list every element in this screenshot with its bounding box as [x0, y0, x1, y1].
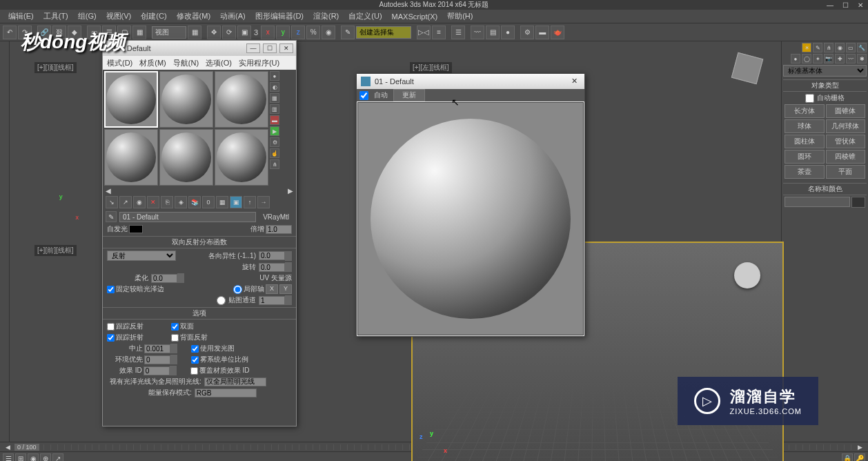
me-menu-options[interactable]: 选项(O)	[206, 58, 232, 68]
viewport-label-top[interactable]: [+][顶][线框]	[34, 62, 77, 73]
timeline-frame[interactable]: 0 / 100	[14, 444, 39, 451]
axis-y-button[interactable]: Y	[279, 284, 292, 294]
me-menu-material[interactable]: 材质(M)	[139, 58, 166, 68]
hierarchy-tab-icon[interactable]: ⋔	[824, 43, 834, 52]
status-lock-icon[interactable]: 🔒	[842, 453, 853, 462]
fog-system-checkbox[interactable]	[191, 356, 199, 364]
trace-refract-checkbox[interactable]	[107, 334, 115, 342]
backface-reflect-checkbox[interactable]	[171, 334, 179, 342]
menu-tools[interactable]: 工具(T)	[43, 11, 68, 21]
video-check-icon[interactable]: ▬	[270, 115, 279, 125]
layers-button[interactable]: ☰	[451, 26, 465, 39]
snap-percent[interactable]: %	[306, 26, 320, 39]
menu-edit[interactable]: 编辑(E)	[8, 11, 34, 21]
sphere-button[interactable]: 球体	[785, 119, 825, 133]
auto-checkbox[interactable]	[359, 91, 368, 100]
menu-maxscript[interactable]: MAXScript(X)	[392, 12, 438, 21]
status-btn-2[interactable]: ⊞	[15, 453, 26, 462]
map-channel-radio[interactable]	[217, 296, 226, 305]
minimize-button[interactable]: —	[822, 1, 838, 9]
backlight-icon[interactable]: ◐	[270, 82, 279, 92]
menu-create[interactable]: 创建(C)	[141, 11, 166, 21]
viewport-label-front[interactable]: [+][前][线框]	[34, 245, 77, 256]
pick-material-button[interactable]: ✎	[106, 211, 117, 222]
object-color-swatch[interactable]	[851, 197, 865, 208]
timeline-next-icon[interactable]: ▶	[858, 444, 862, 451]
utilities-tab-icon[interactable]: 🔧	[857, 43, 867, 52]
render-button[interactable]: 🫖	[551, 26, 564, 39]
material-sample-3[interactable]	[215, 71, 268, 128]
preview-titlebar[interactable]: 01 - Default ✕	[357, 74, 584, 89]
scale-button[interactable]: ▣	[237, 26, 251, 39]
tool1[interactable]: ▦	[188, 26, 201, 39]
object-name-input[interactable]	[785, 197, 850, 207]
rotate-button[interactable]: ⟳	[222, 26, 236, 39]
snap-y[interactable]: y	[276, 26, 290, 39]
trace-reflect-checkbox[interactable]	[107, 323, 115, 331]
energy-mode-input[interactable]	[195, 389, 257, 398]
scroll-right-icon[interactable]: ▶	[288, 187, 293, 195]
sample-uv-icon[interactable]: ▥	[270, 104, 279, 114]
torus-button[interactable]: 圆环	[785, 150, 825, 164]
pyramid-button[interactable]: 四棱锥	[826, 150, 866, 164]
systems-icon[interactable]: ✱	[857, 54, 867, 63]
menu-view[interactable]: 视图(V)	[106, 11, 132, 21]
undo-button[interactable]: ↶	[3, 26, 17, 39]
override-effect-checkbox[interactable]	[190, 367, 198, 375]
material-id-button[interactable]: 0	[202, 196, 215, 208]
fix-dark-checkbox[interactable]	[107, 286, 115, 293]
lights-icon[interactable]: ✦	[813, 54, 822, 63]
cone-button[interactable]: 圆锥体	[826, 104, 866, 118]
material-map-nav-icon[interactable]: ⋔	[270, 159, 279, 169]
scroll-left-icon[interactable]: ◀	[106, 187, 111, 195]
menu-help[interactable]: 帮助(H)	[447, 11, 473, 21]
map-channel-input[interactable]	[259, 296, 285, 305]
move-button[interactable]: ✥	[207, 26, 221, 39]
maximize-button[interactable]: ☐	[838, 1, 853, 9]
material-name-input[interactable]	[119, 212, 256, 222]
me-menu-nav[interactable]: 导航(N)	[173, 58, 199, 68]
status-btn-1[interactable]: ☰	[3, 453, 14, 462]
motion-tab-icon[interactable]: ◉	[835, 43, 845, 52]
double-sided-checkbox[interactable]	[171, 323, 179, 331]
snap-x[interactable]: x	[261, 26, 275, 39]
menu-render[interactable]: 渲染(R)	[313, 11, 339, 21]
rotation-input[interactable]	[259, 263, 285, 272]
status-btn-3[interactable]: ◉	[28, 453, 39, 462]
material-type-label[interactable]: VRayMtl	[259, 213, 293, 221]
brdf-section-header[interactable]: 双向反射分布函数	[103, 236, 296, 248]
env-pri-input[interactable]	[144, 355, 170, 364]
material-sample-1[interactable]	[104, 71, 158, 128]
unlink-button[interactable]: ⛓	[52, 26, 66, 39]
treat-glossy-input[interactable]	[204, 377, 266, 386]
options-section-header[interactable]: 选项	[103, 307, 296, 320]
timeline-prev-icon[interactable]: ◀	[6, 444, 10, 451]
modify-tab-icon[interactable]: ✎	[813, 43, 822, 52]
link-button[interactable]: 🔗	[37, 26, 51, 39]
make-unique-button[interactable]: ◈	[175, 196, 187, 208]
background-icon[interactable]: ▦	[270, 93, 279, 103]
status-key-icon[interactable]: 🔑	[854, 453, 865, 462]
shapes-icon[interactable]: ◯	[802, 54, 811, 63]
me-maximize-button[interactable]: ☐	[263, 43, 277, 53]
select-name-button[interactable]: ☰	[102, 26, 116, 39]
plane-button[interactable]: 平面	[826, 165, 866, 179]
menu-animation[interactable]: 动画(A)	[220, 11, 246, 21]
get-material-button[interactable]: ↘	[106, 196, 118, 208]
assign-button[interactable]: ◉	[133, 196, 146, 208]
me-minimize-button[interactable]: —	[246, 43, 260, 53]
select-button[interactable]: ▭	[87, 26, 101, 39]
cylinder-button[interactable]: 圆柱体	[785, 135, 825, 148]
show-end-result-button[interactable]: ▣	[230, 196, 242, 208]
menu-graph-editor[interactable]: 图形编辑器(D)	[255, 11, 304, 21]
object-type-dropdown[interactable]: 标准基本体	[783, 65, 867, 77]
make-preview-icon[interactable]: ▶	[270, 126, 279, 136]
geometry-icon[interactable]: ●	[791, 54, 800, 63]
status-btn-5[interactable]: ↗	[52, 453, 63, 462]
show-map-button[interactable]: ▦	[216, 196, 228, 208]
spinner-snap[interactable]: ◉	[322, 26, 335, 39]
reset-button[interactable]: ✕	[147, 196, 159, 208]
menu-customize[interactable]: 自定义(U)	[348, 11, 382, 21]
menu-group[interactable]: 组(G)	[78, 11, 97, 21]
viewcube-top[interactable]	[731, 52, 764, 85]
